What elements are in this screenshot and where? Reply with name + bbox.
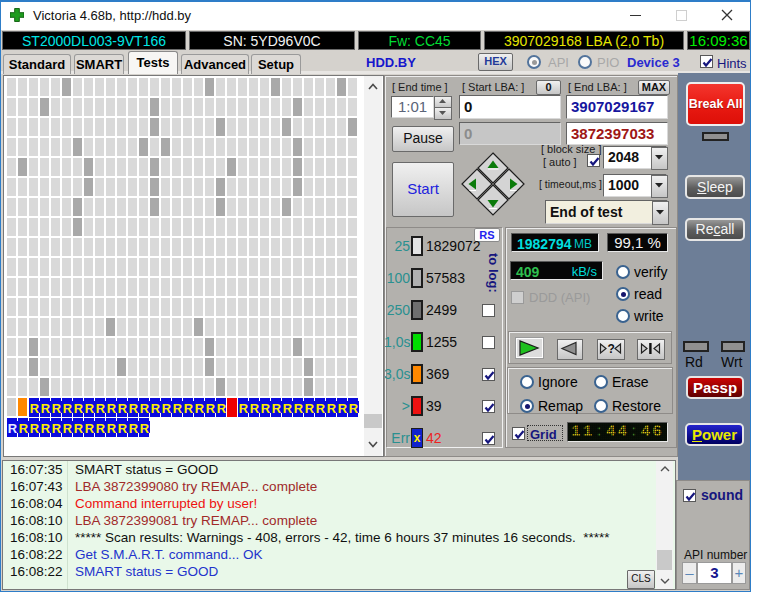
svg-text:?: ? [608, 342, 615, 355]
